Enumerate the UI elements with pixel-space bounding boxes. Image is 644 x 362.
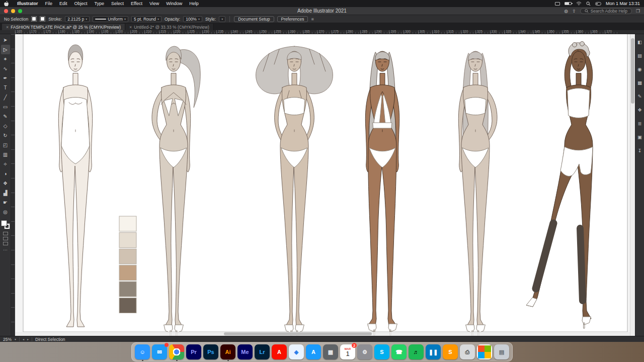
pen-tool[interactable]: ✒	[1, 73, 10, 83]
menu-bar-clock[interactable]: Mon 1 Mar 13:31	[606, 1, 640, 6]
fill-color-indicator[interactable]	[2, 221, 7, 226]
eyedropper-tool[interactable]: ✧	[1, 159, 10, 169]
artwork-swatch[interactable]	[119, 282, 136, 297]
dock-system-preferences[interactable]: ⚙	[357, 344, 372, 359]
line-segment-tool[interactable]: ╱	[1, 93, 10, 102]
apple-menu-icon[interactable]	[4, 1, 9, 7]
dock-printer[interactable]: ⎙	[460, 344, 475, 359]
menu-illustrator[interactable]: Illustrator	[14, 1, 42, 6]
panel-color-icon[interactable]: ◉	[636, 65, 643, 72]
menu-help[interactable]: Help	[186, 1, 202, 6]
wifi-icon[interactable]	[576, 2, 582, 6]
artwork-swatch[interactable]	[119, 233, 136, 248]
horizontal-scrollbar[interactable]	[15, 332, 630, 336]
dock-chrome[interactable]	[169, 344, 184, 359]
share-icon[interactable]: ⇪	[572, 9, 576, 14]
window-zoom-button[interactable]	[18, 9, 22, 13]
tab-close-icon[interactable]: ×	[6, 25, 9, 30]
opacity-dropdown[interactable]: 100%▾	[183, 16, 202, 22]
type-tool[interactable]: T	[1, 83, 10, 93]
dock-sublime-text[interactable]: S	[443, 344, 458, 359]
panel-artboards-icon[interactable]: ▣	[636, 133, 643, 140]
menu-effect[interactable]: Effect	[127, 1, 146, 6]
zoom-level[interactable]: 25%	[3, 337, 12, 342]
dock-media-encoder[interactable]: Me	[237, 344, 253, 359]
panel-asset-export-icon[interactable]: ↧	[636, 147, 643, 154]
stroke-weight-field[interactable]: 2.2125 p▾	[65, 16, 90, 22]
document-setup-button[interactable]: Document Setup	[234, 16, 274, 22]
dock-lightroom[interactable]: Lr	[255, 344, 270, 359]
dock-office-grid[interactable]	[477, 344, 492, 359]
user-account-icon[interactable]: ◍	[564, 9, 568, 14]
draw-mode-icon[interactable]	[3, 242, 8, 245]
horizontal-scrollbar-thumb[interactable]	[224, 332, 371, 335]
fill-color-swatch[interactable]	[31, 16, 37, 22]
menu-view[interactable]: View	[146, 1, 163, 6]
dock-launchpad[interactable]: ▦	[323, 344, 338, 359]
vertical-scrollbar[interactable]	[630, 34, 635, 336]
draw-mode-buttons[interactable]	[3, 232, 8, 245]
tab-close-icon[interactable]: ×	[129, 25, 132, 30]
panel-properties-icon[interactable]: ◧	[636, 38, 643, 45]
menu-select[interactable]: Select	[108, 1, 127, 6]
panel-swatches-icon[interactable]: ▦	[636, 79, 643, 86]
dock-skype[interactable]: S	[374, 344, 389, 359]
dock-safari[interactable]: ◈	[289, 344, 304, 359]
selection-tool[interactable]: ➤	[1, 35, 10, 45]
window-minimize-button[interactable]	[11, 9, 15, 13]
artwork-swatch[interactable]	[119, 298, 136, 313]
fill-stroke-control[interactable]	[2, 221, 10, 229]
dock-photoshop[interactable]: Ps	[203, 344, 218, 359]
dock-app-store[interactable]: A	[306, 344, 321, 359]
scale-tool[interactable]: ◰	[1, 140, 10, 150]
workspace-switcher-icon[interactable]: ❐	[636, 9, 640, 14]
blend-tool[interactable]: ◑	[1, 169, 10, 178]
dock-finder[interactable]: ☺	[135, 344, 150, 359]
current-tool-indicator[interactable]: Direct Selection	[35, 337, 65, 342]
menu-edit[interactable]: Edit	[56, 1, 71, 6]
panel-libraries-icon[interactable]: ▤	[636, 52, 643, 59]
vertical-scrollbar-thumb[interactable]	[631, 38, 634, 104]
menu-file[interactable]: File	[42, 1, 56, 6]
rotate-tool[interactable]: ↻	[1, 131, 10, 140]
dock-calendar[interactable]: MAR12	[340, 344, 355, 359]
direct-selection-tool[interactable]: ▷	[1, 45, 10, 54]
edit-toolbar-icon[interactable]: ⋯	[3, 247, 8, 252]
menu-object[interactable]: Object	[71, 1, 91, 6]
hand-tool[interactable]: ☛	[1, 198, 10, 207]
menu-type[interactable]: Type	[91, 1, 108, 6]
symbol-sprayer-tool[interactable]: ❖	[1, 178, 10, 188]
window-close-button[interactable]	[4, 9, 8, 13]
document-tab[interactable]: ×Untitled-2* @ 33.33 % (CMYK/Preview)	[125, 24, 214, 30]
panel-layers-icon[interactable]: ≣	[636, 120, 643, 127]
control-center-icon[interactable]	[595, 2, 601, 6]
canvas[interactable]	[15, 34, 630, 336]
dock-whatsapp[interactable]: ☎	[391, 344, 407, 359]
dock-trash[interactable]: ▤	[494, 344, 509, 359]
dock-spotify[interactable]: ♬	[409, 344, 424, 359]
stroke-profile-dropdown[interactable]: Uniform▾	[93, 16, 128, 22]
dock-illustrator[interactable]: Ai	[220, 344, 235, 359]
panel-brushes-icon[interactable]: ✎	[636, 93, 643, 100]
style-dropdown[interactable]: ▾	[219, 16, 225, 22]
brush-dropdown[interactable]: 5 pt. Round▾	[131, 16, 162, 22]
graph-tool[interactable]: ▟	[1, 188, 10, 198]
align-options-icon[interactable]: ≡	[311, 17, 313, 22]
help-search-field[interactable]: Search Adobe Help	[580, 8, 632, 14]
artwork-swatch[interactable]	[119, 216, 136, 231]
panel-symbols-icon[interactable]: ❖	[636, 106, 643, 113]
artboard-nav-prev-icon[interactable]: ◂	[23, 337, 24, 341]
draw-mode-icon[interactable]	[3, 232, 8, 235]
gradient-tool[interactable]: ▥	[1, 150, 10, 159]
search-icon[interactable]	[586, 2, 591, 6]
battery-icon[interactable]	[565, 2, 572, 5]
draw-mode-icon[interactable]	[3, 237, 8, 240]
preferences-button[interactable]: Preferences	[277, 16, 308, 22]
menu-window[interactable]: Window	[163, 1, 186, 6]
zoom-dropdown-icon[interactable]: ▾	[15, 337, 16, 341]
paintbrush-tool[interactable]: ✎	[1, 112, 10, 121]
artboard-nav-next-icon[interactable]: ▸	[27, 337, 29, 341]
horizontal-ruler[interactable]: 1651701751801851901952002052102152202252…	[15, 30, 644, 34]
dock-premiere-pro[interactable]: Pr	[186, 344, 201, 359]
rectangle-tool[interactable]: ▭	[1, 102, 10, 112]
